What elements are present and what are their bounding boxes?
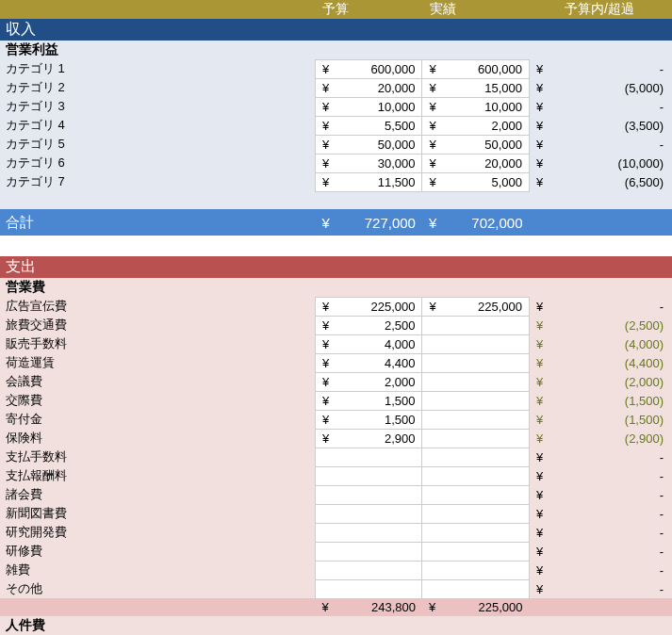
- row-label: カテゴリ 4: [0, 116, 315, 135]
- variance-cell: ¥-: [530, 97, 672, 116]
- amount-cell[interactable]: ¥50,000: [422, 135, 530, 154]
- variance-cell: ¥-: [530, 466, 672, 485]
- amount-cell[interactable]: [422, 485, 530, 504]
- group-label: 営業費: [0, 278, 315, 297]
- amount-cell[interactable]: ¥30,000: [315, 154, 422, 172]
- amount-cell[interactable]: ¥10,000: [422, 97, 530, 116]
- amount-cell[interactable]: ¥243,800: [315, 598, 422, 616]
- variance-cell: ¥(4,400): [530, 353, 672, 372]
- header-budget: 予算: [315, 0, 422, 19]
- amount-cell[interactable]: [422, 448, 530, 466]
- total-label: 合計: [0, 209, 315, 236]
- amount-cell[interactable]: ¥702,000: [422, 209, 530, 236]
- variance-cell: ¥(4,000): [530, 334, 672, 353]
- row-label: カテゴリ 6: [0, 154, 315, 172]
- amount-cell[interactable]: ¥20,000: [315, 78, 422, 97]
- row-label: カテゴリ 3: [0, 97, 315, 116]
- amount-cell[interactable]: [422, 504, 530, 523]
- row-label: カテゴリ 1: [0, 59, 315, 78]
- amount-cell[interactable]: ¥225,000: [315, 297, 422, 316]
- variance-cell: ¥(6,500): [530, 172, 672, 191]
- amount-cell[interactable]: [315, 466, 422, 485]
- budget-table: 予算実績予算内/超過収入営業利益カテゴリ 1¥600,000¥600,000¥-…: [0, 0, 672, 635]
- variance-cell: ¥-: [530, 448, 672, 466]
- row-label: カテゴリ 7: [0, 172, 315, 191]
- amount-cell[interactable]: ¥727,000: [315, 209, 422, 236]
- amount-cell[interactable]: [422, 334, 530, 353]
- row-label: 研修費: [0, 542, 315, 561]
- variance-cell: ¥(2,000): [530, 372, 672, 391]
- row-label: 保険料: [0, 429, 315, 448]
- row-label: 会議費: [0, 372, 315, 391]
- amount-cell[interactable]: ¥4,400: [315, 353, 422, 372]
- row-label: 旅費交通費: [0, 316, 315, 334]
- amount-cell[interactable]: [422, 561, 530, 579]
- variance-cell: ¥(3,500): [530, 116, 672, 135]
- variance-cell: ¥(5,000): [530, 78, 672, 97]
- row-label: カテゴリ 5: [0, 135, 315, 154]
- amount-cell[interactable]: [422, 353, 530, 372]
- amount-cell[interactable]: ¥2,500: [315, 316, 422, 334]
- amount-cell[interactable]: ¥225,000: [422, 297, 530, 316]
- amount-cell[interactable]: ¥2,000: [315, 372, 422, 391]
- row-label: 新聞図書費: [0, 504, 315, 523]
- amount-cell[interactable]: ¥1,500: [315, 391, 422, 410]
- variance-cell: ¥-: [530, 561, 672, 579]
- variance-cell: ¥(2,500): [530, 316, 672, 334]
- amount-cell[interactable]: [315, 542, 422, 561]
- amount-cell[interactable]: ¥4,000: [315, 334, 422, 353]
- row-label: その他: [0, 579, 315, 598]
- amount-cell[interactable]: ¥5,500: [315, 116, 422, 135]
- amount-cell[interactable]: [315, 579, 422, 598]
- header-actual: 実績: [422, 0, 530, 19]
- amount-cell[interactable]: [422, 391, 530, 410]
- amount-cell[interactable]: [422, 410, 530, 429]
- group-label: 営業利益: [0, 41, 315, 59]
- header-blank: [0, 0, 315, 19]
- variance-cell: ¥-: [530, 542, 672, 561]
- amount-cell[interactable]: ¥15,000: [422, 78, 530, 97]
- amount-cell[interactable]: [422, 429, 530, 448]
- amount-cell[interactable]: ¥600,000: [422, 59, 530, 78]
- row-label: 荷造運賃: [0, 353, 315, 372]
- row-label: 交際費: [0, 391, 315, 410]
- variance-cell: ¥(10,000): [530, 154, 672, 172]
- amount-cell[interactable]: [422, 523, 530, 542]
- row-label: 広告宣伝費: [0, 297, 315, 316]
- header-variance: 予算内/超過: [530, 0, 672, 19]
- variance-cell: ¥-: [530, 135, 672, 154]
- amount-cell[interactable]: ¥600,000: [315, 59, 422, 78]
- amount-cell[interactable]: [315, 485, 422, 504]
- amount-cell[interactable]: [315, 448, 422, 466]
- variance-cell: ¥-: [530, 579, 672, 598]
- subtotal-label: [0, 598, 315, 616]
- row-label: 販売手数料: [0, 334, 315, 353]
- amount-cell[interactable]: ¥2,000: [422, 116, 530, 135]
- row-label: 雑費: [0, 561, 315, 579]
- amount-cell[interactable]: ¥50,000: [315, 135, 422, 154]
- amount-cell[interactable]: ¥10,000: [315, 97, 422, 116]
- amount-cell[interactable]: [315, 504, 422, 523]
- amount-cell[interactable]: ¥225,000: [422, 598, 530, 616]
- variance-cell: ¥(2,900): [530, 429, 672, 448]
- amount-cell[interactable]: [422, 316, 530, 334]
- amount-cell[interactable]: [422, 542, 530, 561]
- amount-cell[interactable]: [422, 579, 530, 598]
- amount-cell[interactable]: ¥2,900: [315, 429, 422, 448]
- variance-cell: ¥-: [530, 523, 672, 542]
- section-expense: 支出: [0, 256, 672, 278]
- amount-cell[interactable]: ¥5,000: [422, 172, 530, 191]
- amount-cell[interactable]: ¥1,500: [315, 410, 422, 429]
- row-label: 研究開発費: [0, 523, 315, 542]
- amount-cell[interactable]: [422, 372, 530, 391]
- variance-cell: ¥-: [530, 485, 672, 504]
- amount-cell[interactable]: ¥11,500: [315, 172, 422, 191]
- row-label: 支払報酬料: [0, 466, 315, 485]
- amount-cell[interactable]: ¥20,000: [422, 154, 530, 172]
- amount-cell[interactable]: [422, 466, 530, 485]
- amount-cell[interactable]: [315, 561, 422, 579]
- variance-cell: ¥-: [530, 297, 672, 316]
- amount-cell[interactable]: [315, 523, 422, 542]
- row-label: 支払手数料: [0, 448, 315, 466]
- variance-cell: ¥(1,500): [530, 391, 672, 410]
